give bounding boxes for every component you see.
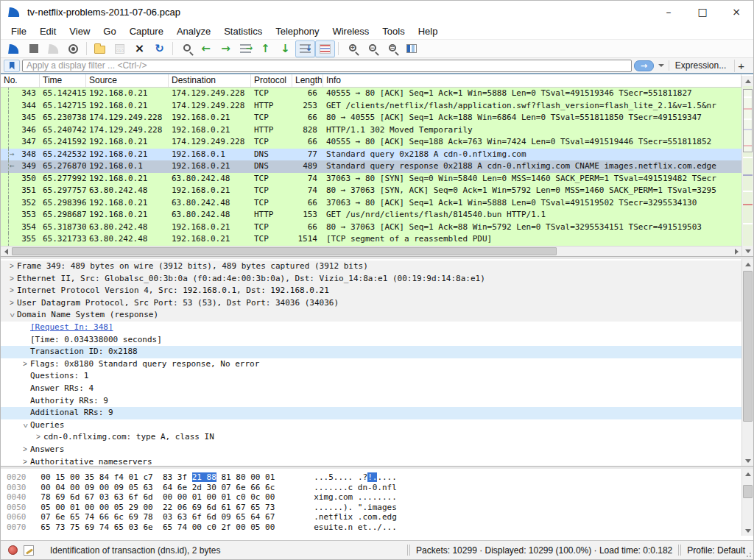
- hex-row[interactable]: 0040 78 69 6d 67 03 63 6f 6d 00 00 01 00…: [7, 492, 741, 503]
- expander-collapsed-icon[interactable]: >: [33, 431, 43, 444]
- detail-row[interactable]: >Answers: [1, 444, 741, 456]
- packet-row[interactable]: 34565.230738174.129.249.228192.168.0.21T…: [1, 112, 741, 124]
- filter-dropdown-caret[interactable]: [656, 60, 666, 71]
- hex-row[interactable]: 0030 00 04 00 09 00 09 05 63 64 6e 2d 30…: [7, 483, 741, 493]
- packet-row[interactable]: 34765.241592192.168.0.21174.129.249.228T…: [1, 136, 741, 149]
- colorize-toggle-button[interactable]: [315, 40, 335, 57]
- packet-row[interactable]: 34365.142415192.168.0.21174.129.249.228T…: [1, 88, 741, 100]
- expander-collapsed-icon[interactable]: >: [20, 456, 30, 467]
- column-no[interactable]: No.: [1, 74, 40, 87]
- go-back-button[interactable]: ←: [196, 40, 216, 57]
- go-forward-button[interactable]: →: [216, 40, 236, 57]
- detail-row[interactable]: Additional RRs: 9: [1, 407, 741, 419]
- scroll-up-arrow[interactable]: [742, 259, 754, 269]
- detail-row[interactable]: Authority RRs: 9: [1, 395, 741, 408]
- scroll-down-arrow[interactable]: [742, 246, 754, 256]
- profile-status[interactable]: Profile: Default: [682, 545, 750, 556]
- menu-capture[interactable]: Capture: [123, 24, 170, 38]
- maximize-button[interactable]: □: [686, 1, 719, 23]
- menu-tools[interactable]: Tools: [376, 24, 411, 38]
- detail-row[interactable]: >User Datagram Protocol, Src Port: 53 (5…: [1, 297, 741, 310]
- packet-row[interactable]: 35265.298396192.168.0.2163.80.242.48TCP6…: [1, 197, 741, 210]
- menu-telephony[interactable]: Telephony: [269, 24, 325, 38]
- packet-row[interactable]: 35465.31873063.80.242.48192.168.0.21TCP6…: [1, 221, 741, 234]
- display-filter-input[interactable]: [22, 60, 632, 72]
- close-file-button[interactable]: ×: [130, 40, 149, 57]
- capture-comment-icon[interactable]: [24, 545, 34, 556]
- scroll-up-arrow[interactable]: [742, 76, 754, 86]
- zoom-out-button[interactable]: −: [362, 40, 381, 57]
- expander-expanded-icon[interactable]: >: [6, 311, 18, 321]
- expander-collapsed-icon[interactable]: >: [20, 444, 30, 456]
- expander-collapsed-icon[interactable]: >: [7, 273, 17, 286]
- minimize-button[interactable]: –: [652, 1, 686, 23]
- add-filter-button[interactable]: +: [734, 60, 750, 72]
- menu-file[interactable]: File: [4, 24, 33, 38]
- column-protocol[interactable]: Protocol: [251, 74, 292, 87]
- scroll-up-arrow[interactable]: [742, 469, 754, 479]
- hex-vertical-scrollbar[interactable]: [741, 469, 753, 536]
- scrollbar-thumb[interactable]: [743, 485, 753, 498]
- packet-row[interactable]: 35065.277992192.168.0.2163.80.242.48TCP7…: [1, 173, 741, 185]
- expander-collapsed-icon[interactable]: >: [7, 260, 17, 273]
- scrollbar-thumb[interactable]: [743, 89, 753, 152]
- menu-help[interactable]: Help: [412, 24, 445, 38]
- packet-row[interactable]: 35165.29775763.80.242.48192.168.0.21TCP7…: [1, 185, 741, 197]
- detail-row[interactable]: Answer RRs: 4: [1, 383, 741, 395]
- find-packet-button[interactable]: [176, 40, 196, 57]
- detail-row[interactable]: >Internet Protocol Version 4, Src: 192.1…: [1, 285, 741, 297]
- column-destination[interactable]: Destination: [169, 74, 251, 87]
- menu-analyze[interactable]: Analyze: [170, 24, 217, 38]
- capture-options-button[interactable]: [63, 40, 83, 57]
- packet-row[interactable]: 34665.240742174.129.249.228192.168.0.21H…: [1, 124, 741, 137]
- menu-go[interactable]: Go: [96, 24, 122, 38]
- scroll-down-arrow[interactable]: [742, 525, 754, 536]
- column-time[interactable]: Time: [40, 74, 86, 87]
- packet-list-vertical-scrollbar[interactable]: [741, 76, 753, 256]
- scroll-left-arrow[interactable]: [1, 247, 11, 257]
- expander-collapsed-icon[interactable]: >: [7, 285, 17, 297]
- auto-scroll-toggle-button[interactable]: ↓: [295, 40, 315, 57]
- expander-collapsed-icon[interactable]: >: [7, 297, 17, 310]
- hex-row[interactable]: 0050 05 00 01 00 00 05 29 00 22 06 69 6d…: [7, 503, 741, 513]
- detail-row[interactable]: >Ethernet II, Src: Globalsc_00:3b:0a (f0…: [1, 273, 741, 286]
- packet-row[interactable]: 35365.298687192.168.0.2163.80.242.48HTTP…: [1, 209, 741, 221]
- detail-row[interactable]: >Authoritative nameservers: [1, 456, 741, 467]
- stop-capture-button[interactable]: [24, 40, 43, 57]
- hex-row[interactable]: 0020 00 15 00 35 84 f4 01 c7 83 3f 21 88…: [7, 472, 741, 483]
- detail-row[interactable]: [Request In: 348]: [1, 322, 741, 334]
- menu-wireless[interactable]: Wireless: [325, 24, 376, 38]
- resize-columns-button[interactable]: [401, 40, 421, 57]
- column-info[interactable]: Info: [323, 74, 741, 87]
- zoom-original-button[interactable]: =: [381, 40, 401, 57]
- zoom-in-button[interactable]: +: [342, 40, 362, 57]
- detail-row[interactable]: >Frame 349: 489 bytes on wire (3912 bits…: [1, 260, 741, 273]
- expression-button[interactable]: Expression...: [669, 60, 732, 71]
- hex-row[interactable]: 0060 07 6e 65 74 66 6c 69 78 03 63 6f 6d…: [7, 512, 741, 522]
- start-capture-button[interactable]: [4, 40, 24, 57]
- go-to-packet-button[interactable]: →: [236, 40, 256, 57]
- packet-row[interactable]: ←34965.276870192.168.0.1192.168.0.21DNS4…: [1, 160, 741, 173]
- menu-statistics[interactable]: Statistics: [217, 24, 269, 38]
- open-file-button[interactable]: [90, 40, 110, 57]
- details-vertical-scrollbar[interactable]: [741, 259, 753, 466]
- filter-bookmark-button[interactable]: [4, 60, 20, 72]
- packet-row[interactable]: 35565.32173363.80.242.48192.168.0.21TCP1…: [1, 233, 741, 246]
- hscroll-thumb[interactable]: [12, 247, 557, 255]
- menu-view[interactable]: View: [63, 24, 96, 38]
- packet-row[interactable]: 34465.142715192.168.0.21174.129.249.228H…: [1, 100, 741, 113]
- detail-row[interactable]: [Time: 0.034338000 seconds]: [1, 334, 741, 347]
- packet-list-horizontal-scrollbar[interactable]: [1, 246, 741, 256]
- expert-info-icon[interactable]: [8, 545, 18, 555]
- go-first-packet-button[interactable]: ↑: [256, 40, 275, 57]
- detail-row[interactable]: Questions: 1: [1, 370, 741, 383]
- save-file-button[interactable]: [110, 40, 130, 57]
- restart-capture-button[interactable]: [43, 40, 63, 57]
- menu-edit[interactable]: Edit: [33, 24, 63, 38]
- go-last-packet-button[interactable]: ↓: [275, 40, 295, 57]
- packet-row[interactable]: →34865.242532192.168.0.21192.168.0.1DNS7…: [1, 149, 741, 161]
- resize-grip[interactable]: [746, 552, 752, 558]
- detail-row[interactable]: >Flags: 0x8180 Standard query response, …: [1, 358, 741, 371]
- detail-row[interactable]: >Domain Name System (response): [1, 309, 741, 322]
- detail-row[interactable]: >Queries: [1, 419, 741, 432]
